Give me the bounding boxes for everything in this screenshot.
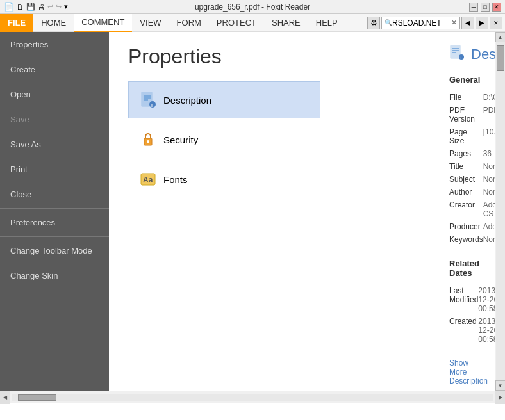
description-title: Description xyxy=(471,46,495,63)
sidebar: Properties Create Open Save Save As Prin… xyxy=(0,32,109,391)
scroll-track[interactable] xyxy=(496,42,505,380)
description-header: i Description xyxy=(449,45,482,63)
date-key: Created xyxy=(449,315,478,346)
search-next-button[interactable]: ▶ xyxy=(476,17,488,29)
menu-home[interactable]: HOME xyxy=(33,14,74,32)
menu-share[interactable]: SHARE xyxy=(264,14,308,32)
dates-table: Last Modified2013-12-26 00:58:4Created20… xyxy=(449,284,495,346)
property-row: Pages36 xyxy=(449,147,495,160)
bottom-bar: ◀ ▶ xyxy=(0,391,505,403)
sidebar-item-preferences[interactable]: Preferences xyxy=(0,210,109,235)
menu-help[interactable]: HELP xyxy=(308,14,345,32)
property-value: Adobe PDF Library xyxy=(483,220,495,233)
sidebar-item-skin[interactable]: Change Skin xyxy=(0,263,109,288)
minimize-button[interactable]: ─ xyxy=(469,3,478,12)
fonts-icon: Aa xyxy=(139,170,157,188)
sidebar-item-open[interactable]: Open xyxy=(0,82,109,107)
close-button[interactable]: ✕ xyxy=(492,3,501,12)
search-prev-button[interactable]: ◀ xyxy=(461,17,474,29)
menu-form[interactable]: FORM xyxy=(169,14,209,32)
property-key: Producer xyxy=(449,220,483,233)
property-row: SubjectNone xyxy=(449,173,495,186)
title-bar: 📄 🗋 💾 🖨 ↩ ↪ ▾ upgrade_656_r.pdf - Foxit … xyxy=(0,0,505,14)
vertical-scrollbar: ▲ ▼ xyxy=(495,32,505,391)
scroll-left-button[interactable]: ◀ xyxy=(0,391,10,404)
search-box: 🔍 ✕ xyxy=(381,17,460,29)
scroll-thumb[interactable] xyxy=(497,45,504,71)
svg-text:i: i xyxy=(151,103,153,108)
property-key: Author xyxy=(449,186,483,198)
maximize-button[interactable]: □ xyxy=(481,3,490,12)
page-title: Properties xyxy=(128,45,423,69)
property-value: None xyxy=(483,233,495,246)
desc-header-icon: i xyxy=(449,45,465,63)
show-more-description-link[interactable]: Show More Description xyxy=(449,359,482,385)
properties-panel: Properties i Description xyxy=(109,32,436,391)
sidebar-item-save-as[interactable]: Save As xyxy=(0,132,109,157)
date-row: Created2013-12-26 00:58:5 xyxy=(449,315,495,346)
property-key: File xyxy=(449,91,483,104)
sidebar-item-save[interactable]: Save xyxy=(0,107,109,132)
description-detail-panel: i Description General FileD:\Сайт\temp\r… xyxy=(436,32,495,391)
date-value: 2013-12-26 00:58:5 xyxy=(478,315,495,346)
property-key: PDF Version xyxy=(449,104,483,125)
sidebar-item-create[interactable]: Create xyxy=(0,57,109,82)
property-value: PDF-1.7 xyxy=(483,104,495,125)
toolbar-undo-icon[interactable]: ↩ xyxy=(47,3,53,11)
hscroll-track[interactable] xyxy=(12,394,493,401)
property-row: KeywordsNone xyxy=(449,233,495,246)
title-bar-left: 📄 🗋 💾 🖨 ↩ ↪ ▾ xyxy=(4,2,68,12)
gear-button[interactable]: ⚙ xyxy=(367,17,380,29)
toolbar-more-icon[interactable]: ▾ xyxy=(64,3,68,11)
hscroll-thumb[interactable] xyxy=(18,394,56,401)
sidebar-item-close[interactable]: Close xyxy=(0,182,109,207)
toolbar-print-icon[interactable]: 🖨 xyxy=(38,3,45,11)
property-key: Pages xyxy=(449,147,483,160)
nav-item-description-label: Description xyxy=(163,95,211,106)
property-value: [10.67 * 14.22 inch xyxy=(483,125,495,147)
description-icon: i xyxy=(139,91,157,109)
window-controls: ─ □ ✕ xyxy=(469,3,501,12)
toolbar-save-icon[interactable]: 💾 xyxy=(26,3,35,11)
sidebar-item-properties[interactable]: Properties xyxy=(0,32,109,57)
date-key: Last Modified xyxy=(449,284,478,315)
property-value: None xyxy=(483,160,495,173)
search-clear-button[interactable]: ✕ xyxy=(451,19,457,27)
content-area: Properties i Description xyxy=(109,32,505,391)
sidebar-separator xyxy=(0,208,109,209)
property-row: ProducerAdobe PDF Library xyxy=(449,220,495,233)
sidebar-separator-2 xyxy=(0,236,109,237)
property-row: AuthorNone xyxy=(449,186,495,198)
nav-item-fonts[interactable]: Aa Fonts xyxy=(128,161,320,198)
menu-file[interactable]: FILE xyxy=(0,14,33,32)
app-icon: 📄 xyxy=(4,2,14,12)
menu-comment[interactable]: COMMENT xyxy=(74,14,132,32)
toolbar-redo-icon[interactable]: ↪ xyxy=(56,3,62,11)
toolbar-quick-icon[interactable]: 🗋 xyxy=(17,3,24,11)
menu-view[interactable]: VIEW xyxy=(132,14,169,32)
property-value: D:\Сайт\temp\rsloa xyxy=(483,91,495,104)
general-section-title: General xyxy=(449,75,482,85)
svg-point-4 xyxy=(149,101,156,108)
nav-item-security-label: Security xyxy=(163,134,198,145)
sidebar-item-toolbar-mode[interactable]: Change Toolbar Mode xyxy=(0,238,109,263)
properties-table: FileD:\Сайт\temp\rsloaPDF VersionPDF-1.7… xyxy=(449,91,495,246)
search-close-button[interactable]: ✕ xyxy=(490,17,502,29)
window-title: upgrade_656_r.pdf - Foxit Reader xyxy=(0,3,505,12)
property-row: PDF VersionPDF-1.7 xyxy=(449,104,495,125)
property-key: Page Size xyxy=(449,125,483,147)
nav-item-security[interactable]: Security xyxy=(128,121,320,158)
property-value: 36 xyxy=(483,147,495,160)
menu-protect[interactable]: PROTECT xyxy=(209,14,264,32)
scroll-right-button[interactable]: ▶ xyxy=(495,391,505,404)
property-value: Adobe InDesign CS xyxy=(483,198,495,220)
scroll-down-button[interactable]: ▼ xyxy=(495,380,506,391)
nav-item-description[interactable]: i Description xyxy=(128,81,320,118)
menu-bar: FILE HOME COMMENT VIEW FORM PROTECT SHAR… xyxy=(0,14,505,32)
scroll-up-button[interactable]: ▲ xyxy=(495,32,506,42)
svg-rect-8 xyxy=(147,141,149,143)
property-value: None xyxy=(483,173,495,186)
search-input[interactable] xyxy=(392,19,450,28)
date-value: 2013-12-26 00:58:4 xyxy=(478,284,495,315)
sidebar-item-print[interactable]: Print xyxy=(0,157,109,182)
